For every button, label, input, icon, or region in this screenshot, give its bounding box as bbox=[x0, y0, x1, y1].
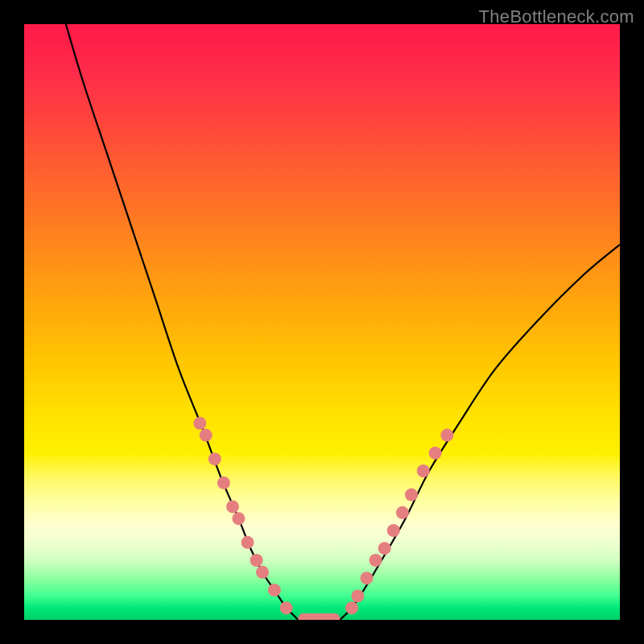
marker-left-9 bbox=[268, 584, 281, 597]
flat-region-band bbox=[298, 613, 340, 620]
marker-right-7 bbox=[405, 489, 418, 502]
marker-right-4 bbox=[378, 542, 391, 555]
marker-left-2 bbox=[208, 452, 221, 465]
marker-right-10 bbox=[440, 429, 453, 442]
watermark-text: TheBottleneck.com bbox=[479, 6, 634, 27]
marker-right-8 bbox=[417, 464, 430, 477]
marker-left-3 bbox=[217, 477, 230, 489]
marker-left-6 bbox=[242, 536, 254, 549]
marker-left-1 bbox=[200, 429, 213, 442]
marker-left-7 bbox=[250, 554, 263, 567]
marker-left-4 bbox=[226, 500, 239, 513]
chart-plot-area bbox=[24, 24, 620, 620]
marker-right-2 bbox=[361, 572, 374, 584]
marker-left-0 bbox=[193, 417, 206, 430]
marker-left-5 bbox=[232, 512, 245, 525]
curve-right-curve bbox=[340, 245, 620, 620]
marker-right-9 bbox=[429, 447, 442, 460]
curve-left-curve bbox=[66, 24, 299, 620]
marker-right-0 bbox=[345, 601, 358, 614]
marker-left-10 bbox=[280, 601, 293, 614]
marker-right-3 bbox=[369, 554, 382, 567]
marker-right-1 bbox=[351, 589, 364, 602]
marker-right-6 bbox=[396, 506, 409, 519]
marker-right-5 bbox=[387, 524, 400, 537]
chart-svg bbox=[24, 24, 620, 620]
marker-left-8 bbox=[256, 566, 269, 579]
